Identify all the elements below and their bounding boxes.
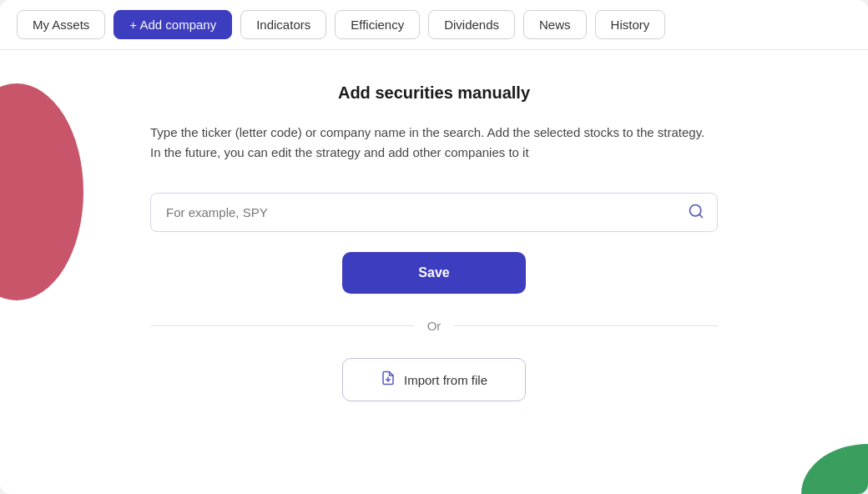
or-divider: Or — [150, 319, 718, 333]
or-line-right — [454, 325, 718, 326]
nav-indicators[interactable]: Indicators — [240, 10, 326, 39]
nav-bar: My Assets + Add company Indicators Effic… — [0, 0, 868, 50]
save-button[interactable]: Save — [342, 252, 526, 294]
nav-efficiency[interactable]: Efficiency — [335, 10, 420, 39]
search-container — [150, 193, 718, 232]
or-line-left — [150, 325, 414, 326]
nav-dividends[interactable]: Dividends — [428, 10, 515, 39]
nav-my-assets[interactable]: My Assets — [17, 10, 105, 39]
import-label: Import from file — [404, 373, 487, 387]
import-file-icon — [381, 370, 396, 389]
search-input[interactable] — [150, 193, 718, 232]
nav-news[interactable]: News — [523, 10, 587, 39]
nav-add-company[interactable]: + Add company — [114, 10, 232, 39]
import-from-file-button[interactable]: Import from file — [342, 358, 526, 401]
description-text: Type the ticker (letter code) or company… — [150, 123, 718, 163]
or-text: Or — [427, 319, 442, 333]
main-content: Add securities manually Type the ticker … — [0, 50, 868, 494]
nav-history[interactable]: History — [595, 10, 666, 39]
app-container: My Assets + Add company Indicators Effic… — [0, 0, 868, 494]
page-title: Add securities manually — [338, 83, 530, 103]
